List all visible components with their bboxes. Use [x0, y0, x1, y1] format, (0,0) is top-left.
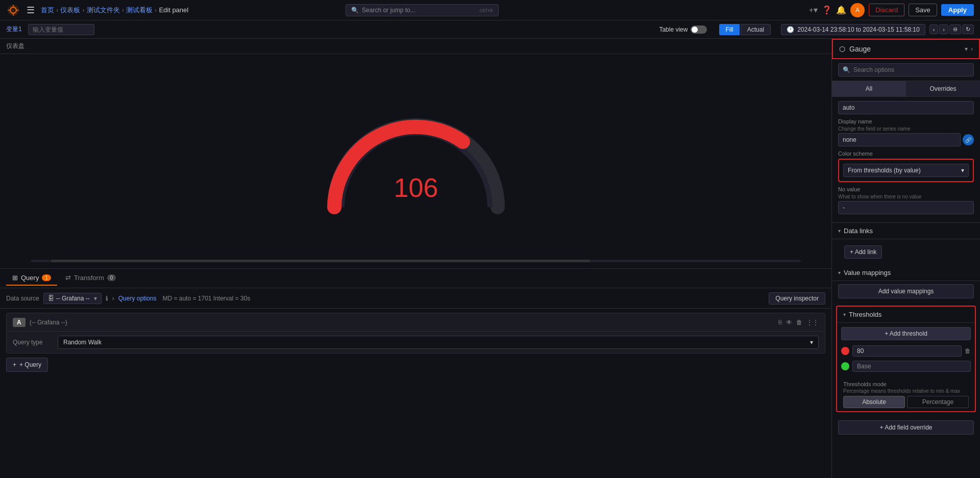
- hamburger-button[interactable]: ☰: [24, 3, 37, 18]
- viz-scrollbar[interactable]: [31, 260, 801, 262]
- breadcrumb-folder[interactable]: 测试文件夹: [87, 6, 120, 15]
- search-options-area: 🔍: [832, 59, 980, 81]
- data-links-chevron-icon: ▾: [838, 228, 841, 234]
- auto-input[interactable]: auto: [838, 101, 974, 114]
- threshold-mode-absolute[interactable]: Absolute: [843, 396, 905, 408]
- color-scheme-label: Color scheme: [838, 150, 974, 157]
- eye-icon[interactable]: 👁: [786, 319, 792, 326]
- query-area: ⊞ Query 1 ⇄ Transform 0 Data source 🗄 --…: [0, 268, 831, 376]
- delete-icon[interactable]: 🗑: [796, 319, 802, 326]
- threshold-item-80: 80 🗑: [841, 343, 971, 359]
- color-scheme-select[interactable]: From thresholds (by value) ▾: [843, 164, 969, 177]
- info-icon[interactable]: ℹ: [106, 295, 108, 302]
- threshold-mode-section: Thresholds mode Percentage means thresho…: [837, 378, 975, 411]
- global-search[interactable]: 🔍 Search or jump to... ctrl+k: [346, 4, 499, 16]
- top-actions: +▾ ❓ 🔔 A Discard Save Apply: [809, 3, 974, 17]
- drag-handle-icon[interactable]: ⋮⋮: [806, 319, 819, 326]
- discard-button[interactable]: Discard: [869, 4, 904, 16]
- threshold-delete-icon[interactable]: 🗑: [965, 347, 971, 355]
- tab-overrides[interactable]: Overrides: [906, 81, 980, 96]
- datasource-select[interactable]: 🗄 -- Grafana -- ▾: [43, 293, 102, 304]
- query-type-select[interactable]: Random Walk ▾: [58, 336, 819, 349]
- query-options-link[interactable]: Query options: [118, 295, 157, 302]
- color-scheme-field: Color scheme From thresholds (by value) …: [838, 150, 974, 182]
- right-panel: ⬡ Gauge ▾ › 🔍 All Overrides auto Display…: [832, 39, 980, 478]
- threshold-mode-buttons: Absolute Percentage: [843, 396, 969, 408]
- value-mappings-header[interactable]: ▾ Value mappings: [832, 265, 980, 281]
- refresh-button[interactable]: ↻: [962, 24, 974, 34]
- query-meta: MD = auto = 1701 Interval = 30s: [162, 295, 250, 302]
- scrollbar-thumb: [51, 260, 590, 262]
- transform-badge: 0: [107, 274, 116, 281]
- save-button[interactable]: Save: [909, 4, 937, 16]
- expand-icon[interactable]: ›: [112, 295, 114, 302]
- query-tab-label: Query: [21, 274, 39, 282]
- threshold-mode-percentage[interactable]: Percentage: [907, 396, 969, 408]
- search-options-input[interactable]: [853, 66, 969, 73]
- tab-transform[interactable]: ⇄ Transform 0: [59, 271, 122, 286]
- grafana-label: (-- Grafana --): [30, 319, 67, 326]
- add-query-button[interactable]: + + Query: [6, 358, 48, 372]
- query-type-value: Random Walk: [63, 339, 102, 346]
- breadcrumb-board[interactable]: 测试看板: [126, 6, 153, 15]
- display-name-input[interactable]: none: [838, 133, 961, 146]
- fill-button[interactable]: Fill: [719, 24, 739, 35]
- no-value-input[interactable]: -: [838, 201, 974, 214]
- tab-all[interactable]: All: [832, 81, 906, 96]
- db-icon: 🗄: [48, 295, 54, 302]
- panel-type-label: Gauge: [849, 45, 965, 53]
- value-mappings-body: Add value mappings: [832, 281, 980, 301]
- panel-expand-icon: ›: [971, 45, 973, 53]
- time-controls: 🕐 2024-03-14 23:58:10 to 2024-03-15 11:5…: [777, 24, 974, 35]
- breadcrumb-dashboard[interactable]: 仪表板: [60, 6, 80, 15]
- zoom-out-button[interactable]: ⊖: [949, 24, 961, 34]
- query-body: Query type Random Walk ▾: [7, 332, 825, 353]
- time-back-button[interactable]: ‹: [929, 24, 939, 34]
- threshold-value-80[interactable]: 80: [852, 345, 962, 357]
- datasource-value: -- Grafana --: [56, 295, 90, 302]
- breadcrumb: 首页 › 仪表板 › 测试文件夹 › 测试看板 › Edit panel: [41, 6, 188, 15]
- variable-label: 变量1: [6, 25, 22, 34]
- actual-button[interactable]: Actual: [741, 24, 771, 35]
- thresholds-section: ▾ Thresholds + Add threshold 80 🗑 Base: [836, 306, 976, 412]
- threshold-color-green[interactable]: [841, 362, 849, 370]
- copy-icon[interactable]: ⎘: [778, 319, 782, 326]
- tab-query[interactable]: ⊞ Query 1: [6, 271, 57, 286]
- gauge-svg: 106: [309, 95, 523, 228]
- question-icon[interactable]: ❓: [822, 5, 832, 15]
- add-threshold-button[interactable]: + Add threshold: [841, 327, 971, 340]
- data-links-body: + Add link: [832, 239, 980, 265]
- time-nav-buttons: ‹ › ⊖ ↻: [929, 24, 974, 34]
- thresholds-chevron-icon: ▾: [843, 312, 846, 317]
- add-field-override-button[interactable]: + Add field override: [838, 420, 974, 435]
- threshold-item-base: Base: [841, 359, 971, 374]
- data-links-section-header[interactable]: ▾ Data links: [832, 223, 980, 239]
- chevron-down-icon-qt: ▾: [810, 339, 813, 346]
- auto-field: auto: [838, 101, 974, 114]
- no-value-desc: What to show when there is no value: [838, 194, 974, 199]
- value-mappings-chevron-icon: ▾: [838, 270, 841, 275]
- query-inspector-button[interactable]: Query inspector: [769, 292, 825, 305]
- search-icon: 🔍: [351, 7, 359, 14]
- add-link-button[interactable]: + Add link: [844, 245, 882, 259]
- breadcrumb-home[interactable]: 首页: [41, 6, 54, 15]
- visualization-area: 106: [0, 54, 831, 268]
- variable-input[interactable]: [28, 24, 94, 35]
- link-icon[interactable]: 🔗: [963, 134, 974, 145]
- time-forward-button[interactable]: ›: [939, 24, 948, 34]
- query-letter: A: [13, 318, 26, 327]
- add-value-mappings-button[interactable]: Add value mappings: [838, 284, 974, 298]
- main-layout: 仪表盘 106: [0, 39, 980, 478]
- avatar[interactable]: A: [850, 3, 865, 17]
- threshold-color-red[interactable]: [841, 347, 849, 355]
- no-value-label: No value: [838, 186, 974, 192]
- fill-actual-toggle: Fill Actual: [719, 24, 771, 35]
- left-panel: 仪表盘 106: [0, 39, 832, 478]
- table-view-switch[interactable]: [691, 26, 707, 34]
- apply-button[interactable]: Apply: [941, 4, 974, 16]
- panel-type-selector[interactable]: ⬡ Gauge ▾ ›: [832, 39, 980, 59]
- time-range-picker[interactable]: 🕐 2024-03-14 23:58:10 to 2024-03-15 11:5…: [781, 24, 925, 35]
- thresholds-header[interactable]: ▾ Thresholds: [837, 307, 975, 323]
- plus-icon[interactable]: +▾: [809, 5, 818, 15]
- bell-icon[interactable]: 🔔: [836, 5, 846, 15]
